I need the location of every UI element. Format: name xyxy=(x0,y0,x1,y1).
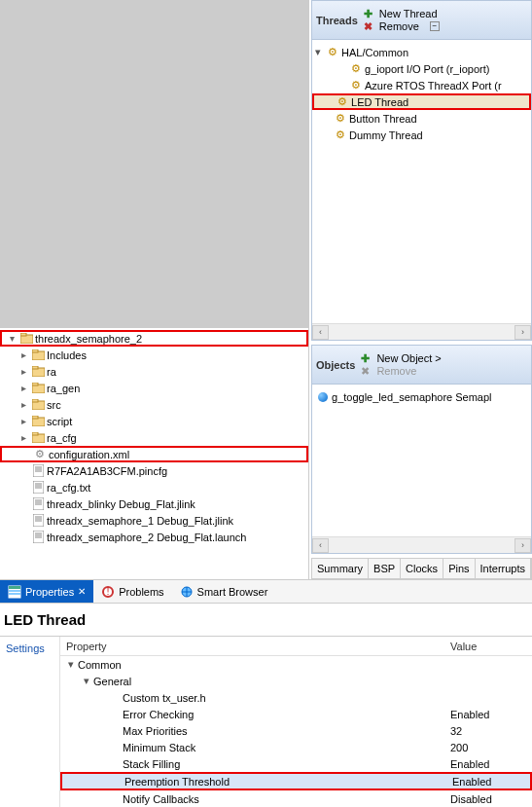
properties-header: Property Value xyxy=(60,637,532,656)
views-tabbar[interactable]: Properties ✕ ! Problems Smart Browser xyxy=(0,580,532,604)
scroll-right-icon[interactable]: › xyxy=(514,325,531,340)
svg-rect-1 xyxy=(20,333,26,336)
remove-thread-action[interactable]: ✖Remove − xyxy=(364,20,440,32)
project-item-ra-cfg[interactable]: ▸ra_cfg xyxy=(0,429,308,446)
new-thread-action[interactable]: ✚New Thread xyxy=(364,8,440,19)
property-row-minimum-stack[interactable]: Minimum Stack200 xyxy=(60,739,532,755)
tab-problems[interactable]: ! Problems xyxy=(93,580,171,603)
expand-icon[interactable]: ▾ xyxy=(312,46,324,58)
property-value: Enabled xyxy=(452,776,491,788)
thread-dummy-thread[interactable]: ⚙Dummy Thread xyxy=(312,127,531,143)
item-label: script xyxy=(47,416,72,427)
object-item[interactable]: g_toggle_led_semaphore Semapl xyxy=(312,388,531,405)
file-icon xyxy=(31,481,45,495)
property-row-stack-filling[interactable]: Stack FillingEnabled xyxy=(60,755,532,772)
svg-rect-37 xyxy=(9,593,20,595)
project-root-label: threadx_semaphore_2 xyxy=(35,333,142,345)
remove-icon: ✖ xyxy=(364,20,375,32)
thread-led-thread[interactable]: ⚙LED Thread xyxy=(312,93,531,110)
project-item-ra-gen[interactable]: ▸ra_gen xyxy=(0,380,308,396)
tab-properties[interactable]: Properties ✕ xyxy=(0,580,93,603)
project-item-ra-cfg-txt[interactable]: ra_cfg.txt xyxy=(0,479,308,495)
gear-icon: ⚙ xyxy=(328,46,337,58)
property-label: Preemption Threshold xyxy=(124,776,230,788)
project-item-script[interactable]: ▸script xyxy=(0,413,308,429)
collapse-icon[interactable]: − xyxy=(430,21,440,31)
threads-panel-header: Threads ✚New Thread ✖Remove − xyxy=(312,1,531,40)
property-row-general[interactable]: ▾General xyxy=(60,673,532,689)
project-item-threadx-semaphore-1-debug-flat-jlink[interactable]: threadx_semaphore_1 Debug_Flat.jlink xyxy=(0,512,308,529)
project-root[interactable]: ▾ threadx_semaphore_2 xyxy=(0,330,308,347)
property-label: Minimum Stack xyxy=(123,742,195,753)
svg-rect-5 xyxy=(32,366,38,369)
expand-icon[interactable]: ▸ xyxy=(18,416,29,426)
hal-common-node[interactable]: ▾ ⚙ HAL/Common xyxy=(312,44,531,60)
expand-icon[interactable]: ▾ xyxy=(6,333,18,344)
item-label: configuration.xml xyxy=(49,449,129,460)
property-row-error-checking[interactable]: Error CheckingEnabled xyxy=(60,706,532,722)
objects-panel-body[interactable]: g_toggle_led_semaphore Semapl xyxy=(312,385,531,536)
remove-object-action: ✖Remove xyxy=(361,365,441,377)
threads-scrollbar[interactable]: ‹ › xyxy=(312,323,531,340)
tab-clocks[interactable]: Clocks xyxy=(401,559,443,578)
project-item-threadx-blinky-debug-flat-jlink[interactable]: threadx_blinky Debug_Flat.jlink xyxy=(0,495,308,512)
expand-icon[interactable]: ▾ xyxy=(64,658,78,671)
svg-rect-9 xyxy=(32,399,38,402)
close-icon[interactable]: ✕ xyxy=(78,586,86,597)
config-bottom-tabs[interactable]: Summary BSP Clocks Pins Interrupts xyxy=(311,558,532,579)
properties-side-tab[interactable]: Settings xyxy=(0,637,60,807)
project-item-src[interactable]: ▸src xyxy=(0,396,308,413)
hal-child[interactable]: ⚙Azure RTOS ThreadX Port (r xyxy=(312,77,531,93)
remove-icon: ✖ xyxy=(361,365,372,377)
scroll-right-icon[interactable]: › xyxy=(514,538,531,553)
svg-rect-35 xyxy=(9,586,20,589)
properties-icon xyxy=(8,585,21,599)
property-row-max-priorities[interactable]: Max Priorities32 xyxy=(60,722,532,739)
folder-icon xyxy=(31,382,45,395)
folder-icon xyxy=(31,415,45,428)
project-item-ra[interactable]: ▸ra xyxy=(0,363,308,380)
expand-icon[interactable]: ▸ xyxy=(18,432,29,443)
tab-smart-browser[interactable]: Smart Browser xyxy=(172,580,276,603)
tab-pins[interactable]: Pins xyxy=(443,559,475,578)
thread-label: Dummy Thread xyxy=(349,129,423,141)
property-row-preemption-threshold[interactable]: Preemption ThresholdEnabled xyxy=(60,772,532,790)
threads-panel-body[interactable]: ▾ ⚙ HAL/Common ⚙g_ioport I/O Port (r_iop… xyxy=(312,40,531,323)
expand-icon[interactable]: ▾ xyxy=(80,675,93,687)
gear-icon: ⚙ xyxy=(351,62,361,75)
tab-interrupts[interactable]: Interrupts xyxy=(476,559,531,578)
new-object-action[interactable]: ✚New Object > xyxy=(361,352,441,364)
file-icon xyxy=(31,514,45,528)
folder-icon xyxy=(31,365,45,379)
item-label: ra_cfg.txt xyxy=(47,482,90,494)
gear-icon: ⚙ xyxy=(337,95,347,108)
expand-icon[interactable]: ▸ xyxy=(18,383,29,393)
property-row-notify-callbacks[interactable]: Notify CallbacksDisabled xyxy=(60,790,532,807)
hal-child[interactable]: ⚙g_ioport I/O Port (r_ioport) xyxy=(312,60,531,77)
thread-label: Button Thread xyxy=(349,113,417,125)
tab-bsp[interactable]: BSP xyxy=(369,559,401,578)
thread-button-thread[interactable]: ⚙Button Thread xyxy=(312,110,531,127)
property-label: Notify Callbacks xyxy=(123,793,199,805)
project-item-r7fa2a1ab3cfm-pincfg[interactable]: R7FA2A1AB3CFM.pincfg xyxy=(0,462,308,479)
folder-icon xyxy=(31,431,45,445)
svg-rect-13 xyxy=(32,432,38,435)
project-item-threadx-semaphore-2-debug-flat-launch[interactable]: threadx_semaphore_2 Debug_Flat.launch xyxy=(0,529,308,545)
item-label: src xyxy=(47,399,61,411)
properties-table[interactable]: Property Value ▾Common▾GeneralCustom tx_… xyxy=(60,637,532,807)
scroll-left-icon[interactable]: ‹ xyxy=(312,325,329,340)
expand-icon[interactable]: ▸ xyxy=(18,366,29,377)
property-value: 32 xyxy=(450,725,462,737)
expand-icon[interactable]: ▸ xyxy=(18,399,29,410)
project-item-includes[interactable]: ▸Includes xyxy=(0,347,308,363)
project-item-configuration-xml[interactable]: ⚙configuration.xml xyxy=(0,446,308,462)
property-row-custom-tx-user-h[interactable]: Custom tx_user.h xyxy=(60,689,532,706)
problems-icon: ! xyxy=(101,585,115,599)
tab-summary[interactable]: Summary xyxy=(312,559,369,578)
objects-scrollbar[interactable]: ‹ › xyxy=(312,536,531,553)
property-row-common[interactable]: ▾Common xyxy=(60,656,532,673)
project-explorer[interactable]: ▾ threadx_semaphore_2 ▸Includes▸ra▸ra_ge… xyxy=(0,328,308,579)
gear-icon: ⚙ xyxy=(351,79,361,92)
expand-icon[interactable]: ▸ xyxy=(18,349,29,360)
scroll-left-icon[interactable]: ‹ xyxy=(312,538,329,553)
